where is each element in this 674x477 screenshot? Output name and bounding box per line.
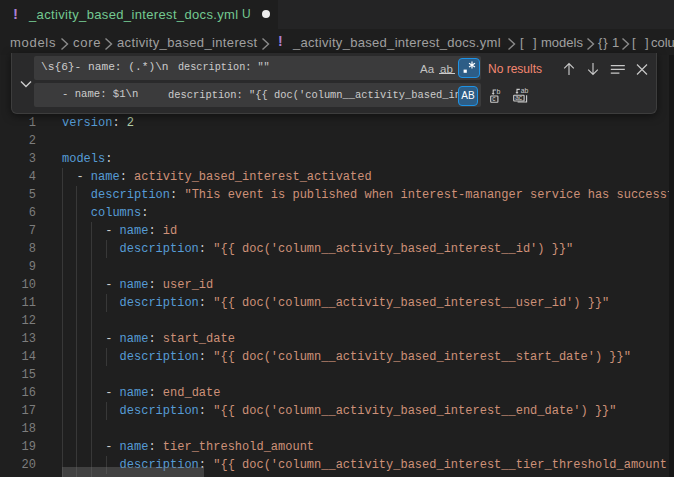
svg-text:ac: ac [515, 94, 523, 101]
svg-text:b: b [497, 88, 501, 95]
